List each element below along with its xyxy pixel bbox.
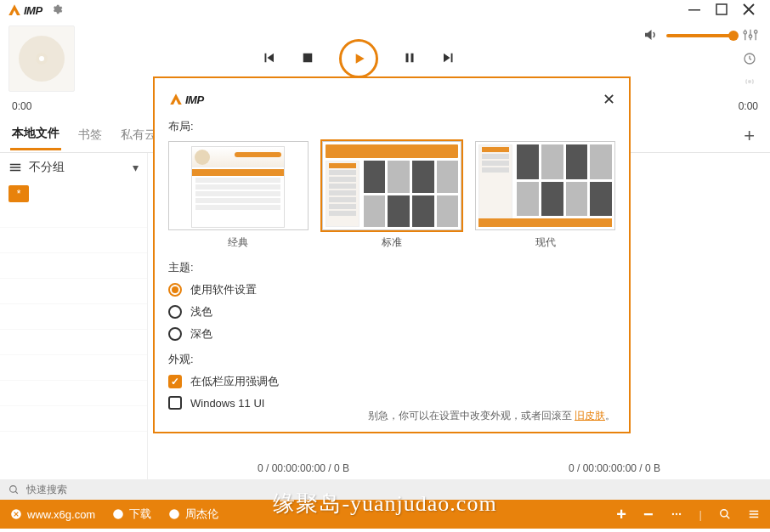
theme-option-dark[interactable]: 深色 bbox=[168, 326, 615, 342]
filter-badge[interactable]: * bbox=[8, 185, 29, 202]
theme-label: 主题: bbox=[168, 260, 615, 275]
prev-button[interactable] bbox=[261, 50, 276, 68]
svg-point-12 bbox=[113, 509, 123, 519]
svg-point-9 bbox=[749, 80, 751, 82]
layout-option-classic[interactable]: 经典 bbox=[168, 141, 309, 250]
grouping-dropdown[interactable]: 不分组 ▾ bbox=[0, 153, 147, 182]
svg-rect-0 bbox=[688, 9, 700, 11]
dialog-logo: IMP bbox=[168, 92, 204, 107]
list-item[interactable] bbox=[0, 304, 147, 330]
search-input[interactable] bbox=[26, 484, 154, 495]
album-art[interactable] bbox=[8, 25, 75, 92]
artist-link[interactable]: 周杰伦 bbox=[168, 507, 218, 522]
menu-button[interactable] bbox=[748, 508, 760, 520]
close-button[interactable] bbox=[743, 3, 755, 18]
checkbox-win11-ui[interactable]: Windows 11 UI bbox=[168, 396, 615, 410]
svg-point-17 bbox=[721, 510, 728, 517]
svg-point-7 bbox=[754, 30, 757, 33]
add-button[interactable]: + bbox=[616, 505, 626, 524]
settings-icon[interactable] bbox=[51, 3, 63, 18]
layout-option-modern[interactable]: 现代 bbox=[475, 141, 615, 250]
broadcast-icon[interactable] bbox=[743, 75, 756, 91]
play-button[interactable] bbox=[339, 39, 378, 78]
theme-option-software[interactable]: 使用软件设置 bbox=[168, 282, 615, 297]
svg-point-13 bbox=[169, 509, 179, 519]
status-bar: www.x6g.com 下载 周杰伦 + − | bbox=[0, 500, 770, 529]
svg-rect-3 bbox=[406, 53, 409, 62]
svg-rect-1 bbox=[716, 4, 727, 14]
svg-rect-4 bbox=[411, 53, 414, 62]
minimize-button[interactable] bbox=[688, 3, 700, 18]
stop-button[interactable] bbox=[300, 50, 315, 68]
volume-slider[interactable] bbox=[666, 34, 734, 37]
stats-right: 0 / 00:00:00:00 / 0 B bbox=[569, 462, 660, 474]
dialog-footer: 别急，你可以在设置中改变外观，或者回滚至 旧皮肤。 bbox=[368, 409, 615, 423]
svg-point-6 bbox=[749, 35, 752, 38]
group-list bbox=[0, 202, 147, 479]
layout-option-standard[interactable]: 标准 bbox=[322, 141, 462, 250]
appearance-dialog: IMP ✕ 布局: 经典 标准 bbox=[153, 76, 631, 433]
sidebar: 不分组 ▾ * bbox=[0, 153, 148, 479]
appearance-label: 外观: bbox=[168, 352, 615, 367]
list-item[interactable] bbox=[0, 202, 147, 228]
clock-icon[interactable] bbox=[743, 52, 756, 68]
old-skin-link[interactable]: 旧皮肤 bbox=[575, 410, 605, 422]
layout-label: 布局: bbox=[168, 119, 615, 134]
remove-button[interactable]: − bbox=[643, 505, 654, 524]
list-item[interactable] bbox=[0, 355, 147, 381]
svg-point-15 bbox=[675, 513, 677, 515]
time-total: 0:00 bbox=[739, 100, 758, 112]
svg-point-5 bbox=[744, 31, 747, 34]
quick-search-bar bbox=[0, 479, 770, 500]
tab-local-files[interactable]: 本地文件 bbox=[10, 121, 61, 150]
list-item[interactable] bbox=[0, 381, 147, 406]
more-button[interactable] bbox=[671, 508, 682, 520]
pause-button[interactable] bbox=[402, 50, 417, 68]
svg-point-10 bbox=[10, 485, 17, 492]
list-item[interactable] bbox=[0, 253, 147, 279]
volume-icon[interactable] bbox=[643, 27, 658, 45]
title-bar: IMP bbox=[0, 0, 770, 20]
svg-point-16 bbox=[679, 513, 681, 515]
list-item[interactable] bbox=[0, 406, 147, 432]
search-button[interactable] bbox=[719, 508, 731, 520]
tab-bookmarks[interactable]: 书签 bbox=[76, 122, 104, 150]
next-button[interactable] bbox=[441, 50, 456, 68]
add-tab-button[interactable]: + bbox=[739, 125, 760, 147]
search-icon bbox=[8, 484, 20, 495]
equalizer-icon[interactable] bbox=[743, 28, 758, 44]
list-item[interactable] bbox=[0, 279, 147, 304]
stats-left: 0 / 00:00:00:00 / 0 B bbox=[258, 462, 349, 474]
list-item[interactable] bbox=[0, 228, 147, 253]
site-url[interactable]: www.x6g.com bbox=[10, 508, 95, 521]
time-current: 0:00 bbox=[12, 100, 31, 112]
svg-point-14 bbox=[671, 513, 673, 515]
maximize-button[interactable] bbox=[716, 3, 728, 18]
app-logo: IMP bbox=[7, 3, 42, 18]
theme-option-light[interactable]: 浅色 bbox=[168, 304, 615, 320]
download-link[interactable]: 下载 bbox=[112, 507, 151, 522]
dialog-close-button[interactable]: ✕ bbox=[603, 90, 615, 109]
divider: | bbox=[699, 508, 702, 521]
svg-rect-2 bbox=[303, 53, 313, 62]
list-item[interactable] bbox=[0, 330, 147, 355]
checkbox-lowbar-accent[interactable]: 在低栏应用强调色 bbox=[168, 374, 615, 389]
